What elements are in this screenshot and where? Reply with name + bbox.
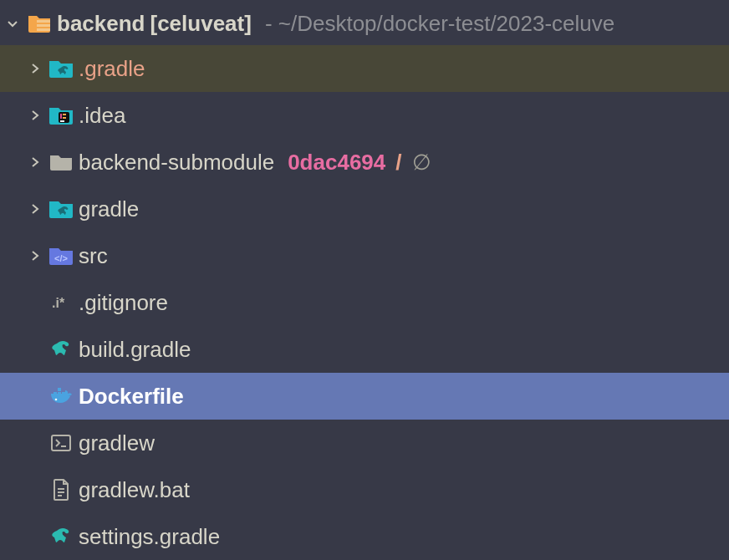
tree-item-label: .gradle bbox=[79, 56, 145, 82]
tree-row[interactable]: </> src bbox=[0, 232, 729, 279]
folder-icon bbox=[48, 150, 74, 175]
svg-rect-4 bbox=[60, 114, 62, 119]
tree-row[interactable]: gradlew.bat bbox=[0, 466, 729, 513]
project-tree: backend [celuveat] - ~/Desktop/docker-te… bbox=[0, 0, 729, 560]
tree-item-label: gradlew.bat bbox=[79, 477, 190, 503]
svg-rect-5 bbox=[63, 114, 66, 115]
tree-item-label: build.gradle bbox=[79, 337, 191, 363]
tree-row[interactable]: settings.gradle bbox=[0, 513, 729, 560]
gradle-folder-icon bbox=[48, 56, 74, 81]
shell-file-icon bbox=[48, 430, 74, 456]
tree-row[interactable]: gradlew bbox=[0, 420, 729, 466]
tree-row[interactable]: .idea bbox=[0, 92, 729, 139]
tree-item-label: settings.gradle bbox=[79, 524, 220, 550]
idea-folder-icon bbox=[48, 103, 74, 128]
tree-row-root[interactable]: backend [celuveat] - ~/Desktop/docker-te… bbox=[0, 5, 729, 45]
tree-children: .gradle .idea backend-submodule0dac4694/… bbox=[0, 45, 729, 560]
svg-rect-6 bbox=[63, 117, 66, 119]
svg-rect-16 bbox=[52, 435, 70, 451]
chevron-right-icon[interactable] bbox=[25, 202, 43, 216]
svg-rect-2 bbox=[37, 28, 50, 31]
empty-set-icon: ∅ bbox=[412, 150, 431, 176]
commit-hash: 0dac4694 bbox=[288, 150, 385, 176]
svg-text:.i*: .i* bbox=[52, 296, 65, 310]
ignore-file-icon: .i* bbox=[48, 290, 74, 315]
gradle-folder-icon bbox=[48, 196, 74, 221]
docker-file-icon bbox=[48, 384, 74, 409]
chevron-down-icon[interactable] bbox=[3, 17, 22, 30]
chevron-right-icon[interactable] bbox=[25, 62, 43, 75]
tree-item-label: gradle bbox=[79, 196, 139, 222]
svg-rect-1 bbox=[37, 24, 50, 27]
tree-row[interactable]: build.gradle bbox=[0, 326, 729, 373]
tree-row[interactable]: .gradle bbox=[0, 45, 729, 92]
tree-row[interactable]: gradle bbox=[0, 186, 729, 232]
tree-item-label: .idea bbox=[79, 103, 125, 129]
src-folder-icon: </> bbox=[48, 243, 74, 268]
tree-item-label: gradlew bbox=[79, 430, 155, 456]
tree-row[interactable]: .i* .gitignore bbox=[0, 279, 729, 326]
separator: / bbox=[395, 150, 401, 176]
svg-rect-13 bbox=[58, 388, 61, 391]
tree-item-label: backend-submodule bbox=[79, 150, 274, 176]
tree-item-label: src bbox=[79, 243, 108, 269]
svg-point-10 bbox=[63, 346, 64, 348]
root-path: - ~/Desktop/docker-test/2023-celuve bbox=[265, 11, 614, 37]
gradle-file-icon bbox=[48, 337, 74, 362]
svg-point-21 bbox=[63, 533, 64, 535]
svg-rect-7 bbox=[60, 120, 64, 122]
root-name: backend bbox=[57, 11, 145, 37]
svg-text:</>: </> bbox=[54, 253, 68, 263]
chevron-right-icon[interactable] bbox=[25, 109, 43, 122]
tree-row[interactable]: backend-submodule0dac4694/∅ bbox=[0, 139, 729, 186]
chevron-right-icon[interactable] bbox=[25, 249, 43, 262]
svg-point-15 bbox=[55, 399, 58, 401]
gradle-file-icon bbox=[48, 524, 74, 549]
svg-rect-0 bbox=[37, 20, 50, 23]
tree-row[interactable]: Dockerfile bbox=[0, 373, 729, 420]
project-folder-icon bbox=[27, 11, 52, 36]
chevron-right-icon[interactable] bbox=[25, 155, 43, 169]
bat-file-icon bbox=[48, 477, 74, 502]
tree-item-label: Dockerfile bbox=[79, 384, 184, 410]
tree-item-label: .gitignore bbox=[79, 290, 168, 316]
root-bracket: [celuveat] bbox=[150, 11, 252, 37]
